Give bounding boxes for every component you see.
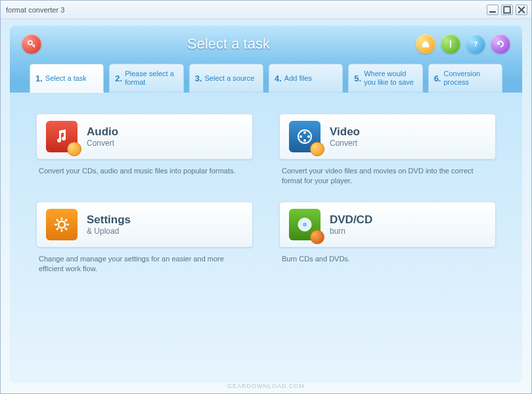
refresh-icon [495,39,506,49]
step-label: Conversion process [443,70,496,86]
step-tabs: 1. Select a task 2. Please select a form… [10,64,522,93]
task-subtitle: Convert [330,139,360,148]
task-subtitle: & Upload [87,227,131,236]
audio-icon [46,121,78,152]
window-title: format converter 3 [5,6,487,14]
music-note-icon [53,127,71,146]
task-text: DVD/CD burn [330,213,372,236]
footer-watermark: GEARDOWNLOAD.COM [10,383,522,393]
svg-point-5 [303,131,306,134]
task-title: Settings [87,213,131,227]
step-label: Please select a format [125,70,177,86]
home-icon [420,39,431,49]
close-button[interactable] [516,5,527,15]
window-controls [487,5,527,15]
task-settings[interactable]: Settings & Upload [36,202,253,248]
key-button[interactable] [22,34,41,54]
header: Select a task ? [10,26,522,62]
key-icon [26,39,37,49]
task-dvd[interactable]: DVD/CD burn [279,202,496,248]
minimize-button[interactable] [487,5,499,15]
disc-overlay-icon [310,142,324,156]
task-description: Convert your video files and movies on D… [279,166,496,186]
task-dvd-block: DVD/CD burn Burn CDs and DVDs. [279,202,496,274]
step-2[interactable]: 2. Please select a format [109,64,183,93]
minimize-icon [487,5,498,15]
svg-point-6 [307,135,310,138]
page-title: Select a task [41,35,416,53]
task-description: Change and manage your settings for an e… [36,254,253,274]
task-text: Video Convert [330,125,360,148]
step-label: Add files [284,74,312,83]
task-subtitle: burn [330,227,372,236]
step-num: 3. [195,74,202,83]
tasks-grid: Audio Convert Convert your CDs, audio an… [10,93,522,383]
task-settings-block: Settings & Upload Change and manage your… [36,202,253,274]
maximize-button[interactable] [501,5,513,15]
svg-line-16 [65,219,67,221]
dvd-icon [289,209,321,240]
home-button[interactable] [416,34,435,54]
app-window: format converter 3 Select a task [0,0,532,394]
step-num: 2. [115,74,122,83]
svg-point-9 [58,221,65,228]
step-num: 6. [434,74,441,83]
video-icon [289,121,321,152]
task-audio[interactable]: Audio Convert [36,114,253,160]
step-3[interactable]: 3. Select a source [189,64,263,93]
step-5[interactable]: 5. Where would you like to save [348,64,422,93]
task-subtitle: Convert [87,139,118,148]
task-video[interactable]: Video Convert [279,114,496,160]
svg-point-8 [299,135,302,138]
svg-point-7 [303,139,306,142]
task-video-block: Video Convert Convert your video files a… [279,114,496,186]
close-icon [516,5,527,15]
step-6[interactable]: 6. Conversion process [428,64,502,93]
help-icon: ? [470,39,481,49]
step-4[interactable]: 4. Add files [269,64,343,93]
alert-button[interactable] [441,34,460,54]
task-title: Audio [87,125,118,139]
refresh-button[interactable] [491,34,510,54]
task-title: DVD/CD [330,213,372,227]
step-label: Select a task [45,74,87,83]
svg-text:?: ? [474,40,478,48]
disc-overlay-icon [67,142,81,156]
task-description: Burn CDs and DVDs. [279,254,496,264]
step-label: Select a source [205,74,255,83]
task-text: Settings & Upload [87,213,131,236]
task-title: Video [330,125,360,139]
settings-icon [46,209,78,240]
main-panel: Select a task ? [10,26,522,383]
step-num: 4. [275,74,282,83]
titlebar: format converter 3 [1,1,531,19]
step-num: 1. [35,74,43,83]
content-area: Select a task ? [1,19,531,393]
maximize-icon [502,5,512,15]
task-description: Convert your CDs, audio and music files … [36,166,253,176]
svg-line-14 [56,219,58,221]
step-num: 5. [354,74,361,83]
disc-icon [296,215,314,234]
svg-line-15 [65,228,67,230]
svg-point-19 [303,223,307,227]
task-audio-block: Audio Convert Convert your CDs, audio an… [36,114,253,186]
step-label: Where would you like to save [364,70,416,86]
alert-icon [445,39,456,49]
task-text: Audio Convert [87,125,118,148]
flame-overlay-icon [310,230,324,244]
svg-line-17 [56,228,58,230]
svg-rect-1 [504,7,510,13]
help-button[interactable]: ? [466,34,485,54]
gear-icon [53,215,71,234]
header-icons: ? [416,34,510,54]
step-1[interactable]: 1. Select a task [30,64,104,93]
film-reel-icon [296,127,314,146]
